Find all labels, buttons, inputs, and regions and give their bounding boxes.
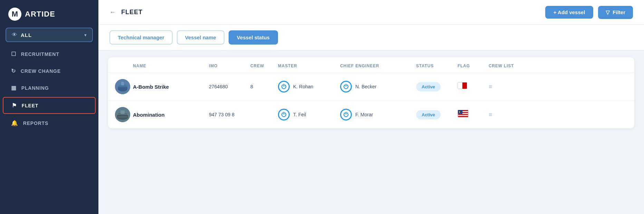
crew-change-icon: ↻ <box>11 68 16 74</box>
svg-rect-4 <box>118 87 127 88</box>
fleet-icon: ⚑ <box>12 102 17 109</box>
vessel-master: T. Feil <box>278 109 340 120</box>
malta-flag-icon <box>458 82 467 89</box>
sidebar-item-planning[interactable]: ▦ PLANNING <box>3 80 96 96</box>
sidebar: M ARTIDE 👁 ALL ▾ ☐ RECRUITMENT ↻ CREW CH… <box>0 0 98 214</box>
vessel-imo: 2764680 <box>209 84 250 89</box>
col-chief-engineer: CHIEF ENGINEER <box>340 64 416 68</box>
page-header: ← FLEET + Add vessel ▽ Filter <box>98 0 644 25</box>
crew-list-cell: ≡ <box>489 111 523 118</box>
col-avatar <box>115 64 133 68</box>
vessel-imo: 947 73 09 8 <box>209 112 250 117</box>
vessel-chief-engineer: N. Becker <box>340 81 416 93</box>
filter-icon: ▽ <box>606 9 610 16</box>
eye-icon: 👁 <box>12 32 17 38</box>
logo-area: M ARTIDE <box>0 0 98 28</box>
sidebar-item-label: REPORTS <box>23 120 48 126</box>
master-power-icon[interactable] <box>278 81 290 93</box>
status-badge: Active <box>416 110 441 119</box>
engineer-name: N. Becker <box>355 84 376 89</box>
vessel-flag <box>458 110 489 119</box>
malaysia-flag-icon <box>458 110 469 117</box>
table-row: Abomination 947 73 09 8 T. Feil <box>108 101 634 128</box>
col-master: MASTER <box>278 64 340 68</box>
vessel-chief-engineer: F. Morar <box>340 109 416 120</box>
add-vessel-button[interactable]: + Add vessel <box>545 6 594 19</box>
vessel-flag <box>458 82 489 91</box>
svg-point-16 <box>460 111 461 113</box>
engineer-name: F. Morar <box>355 112 373 117</box>
tabs-bar: Technical manager Vessel name Vessel sta… <box>98 25 644 50</box>
status-badge: Active <box>416 82 441 91</box>
col-flag: FLAG <box>458 64 489 68</box>
table-header: NAME IMO CREW MASTER CHIEF ENGINEER STAT… <box>108 57 634 73</box>
crew-list-cell: ≡ <box>489 83 523 90</box>
svg-rect-3 <box>121 82 124 85</box>
sidebar-item-label: CREW CHANGE <box>21 68 61 74</box>
tab-vessel-name[interactable]: Vessel name <box>177 30 224 45</box>
tab-technical-manager[interactable]: Technical manager <box>109 30 173 45</box>
chevron-down-icon: ▾ <box>84 32 87 38</box>
vessel-status: Active <box>416 82 458 91</box>
main-content: ← FLEET + Add vessel ▽ Filter Technical … <box>98 0 644 214</box>
engineer-power-icon[interactable] <box>340 81 352 93</box>
svg-rect-9 <box>117 115 128 116</box>
col-name: NAME <box>133 64 209 68</box>
sidebar-item-recruitment[interactable]: ☐ RECRUITMENT <box>3 46 96 62</box>
col-imo: IMO <box>209 64 250 68</box>
svg-rect-8 <box>121 110 125 114</box>
vessel-avatar <box>115 79 130 94</box>
reports-icon: 🔔 <box>11 120 18 126</box>
back-button[interactable]: ← <box>109 9 116 16</box>
all-label: ALL <box>21 32 32 38</box>
app-name: ARTIDE <box>25 10 55 19</box>
col-status: STATUS <box>416 64 458 68</box>
master-name: K. Rohan <box>293 84 313 89</box>
sidebar-item-label: FLEET <box>22 103 38 108</box>
filter-button[interactable]: ▽ Filter <box>598 6 633 19</box>
vessel-status: Active <box>416 110 458 119</box>
master-power-icon[interactable] <box>278 109 290 120</box>
sidebar-item-crew-change[interactable]: ↻ CREW CHANGE <box>3 63 96 79</box>
crew-list-icon[interactable]: ≡ <box>489 111 492 118</box>
sidebar-item-reports[interactable]: 🔔 REPORTS <box>3 115 96 131</box>
filter-label: Filter <box>613 9 625 15</box>
vessel-name: A-Bomb Strike <box>133 84 209 90</box>
col-crew-list: CREW LIST <box>489 64 523 68</box>
col-crew: CREW <box>250 64 278 68</box>
recruitment-icon: ☐ <box>11 51 16 57</box>
table-area: NAME IMO CREW MASTER CHIEF ENGINEER STAT… <box>98 50 644 214</box>
page-title: FLEET <box>121 9 143 16</box>
logo-icon: M <box>8 8 21 21</box>
engineer-power-icon[interactable] <box>340 109 352 120</box>
vessel-avatar <box>115 107 130 122</box>
add-vessel-label: + Add vessel <box>554 9 585 15</box>
back-arrow-icon: ← <box>109 9 116 16</box>
svg-rect-13 <box>458 115 468 116</box>
vessel-name: Abomination <box>133 112 209 118</box>
vessel-crew: 8 <box>250 84 278 89</box>
table-row: A-Bomb Strike 2764680 8 K. Rohan <box>108 73 634 101</box>
all-dropdown[interactable]: 👁 ALL ▾ <box>6 28 93 42</box>
crew-list-icon[interactable]: ≡ <box>489 83 492 90</box>
sidebar-item-label: PLANNING <box>21 85 49 91</box>
sidebar-item-label: RECRUITMENT <box>21 51 59 57</box>
master-name: T. Feil <box>293 112 306 117</box>
tab-vessel-status[interactable]: Vessel status <box>229 30 278 45</box>
sidebar-item-fleet[interactable]: ⚑ FLEET <box>3 97 96 114</box>
vessel-table: NAME IMO CREW MASTER CHIEF ENGINEER STAT… <box>108 57 634 128</box>
planning-icon: ▦ <box>11 85 17 91</box>
vessel-master: K. Rohan <box>278 81 340 93</box>
